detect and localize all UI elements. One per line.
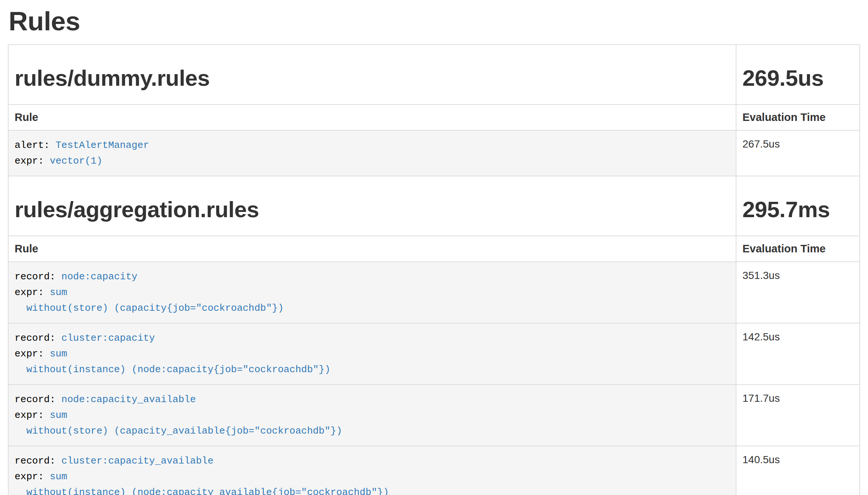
rules-table: rules/dummy.rules269.5usRuleEvaluation T…	[8, 44, 860, 495]
rule-expr-label: expr:	[15, 410, 44, 421]
rule-cell: record: node:capacity_available expr: su…	[8, 385, 736, 446]
rule-group-file-cell: rules/dummy.rules	[8, 45, 736, 104]
rule-eval-time: 142.5us	[736, 323, 860, 385]
rule-group-file: rules/dummy.rules	[15, 66, 730, 91]
rule-expr-label: expr:	[15, 471, 44, 482]
rule-eval-time: 171.7us	[736, 385, 860, 446]
eval-time-col-header: Evaluation Time	[736, 236, 860, 262]
eval-time-col-header: Evaluation Time	[736, 104, 860, 130]
page-title: Rules	[9, 6, 860, 37]
rules-table-body: rules/dummy.rules269.5usRuleEvaluation T…	[8, 45, 860, 495]
rule-col-header: Rule	[8, 104, 736, 130]
rule-name-link[interactable]: node:capacity_available	[61, 394, 196, 405]
rule-group-eval-time: 269.5us	[742, 66, 853, 91]
rule-group-eval-time: 295.7ms	[742, 197, 853, 222]
rule-name-link[interactable]: TestAlertManager	[55, 140, 149, 151]
rule-cell: record: cluster:capacity_available expr:…	[8, 446, 736, 495]
rule-type-label: record:	[15, 332, 55, 344]
rule-name-link[interactable]: cluster:capacity	[61, 332, 155, 344]
column-header-row: RuleEvaluation Time	[8, 236, 860, 262]
rule-name-link[interactable]: cluster:capacity_available	[61, 455, 214, 467]
rule-row: alert: TestAlertManager expr: vector(1)2…	[8, 130, 860, 176]
rule-expr-link[interactable]: sum without(instance) (node:capacity_ava…	[15, 471, 389, 495]
rule-cell: alert: TestAlertManager expr: vector(1)	[8, 130, 736, 176]
column-header-row: RuleEvaluation Time	[8, 104, 860, 130]
rule-type-label: record:	[15, 271, 55, 282]
rule-eval-time: 351.3us	[736, 262, 860, 323]
rule-type-label: alert:	[15, 140, 50, 151]
rule-group-file-cell: rules/aggregation.rules	[8, 176, 736, 236]
rule-group-header-row: rules/aggregation.rules295.7ms	[8, 176, 860, 236]
rule-cell: record: node:capacity expr: sum without(…	[8, 262, 736, 323]
rule-group-header-row: rules/dummy.rules269.5us	[8, 45, 860, 104]
rule-type-label: record:	[15, 394, 55, 405]
rule-group-eval-time-cell: 295.7ms	[736, 176, 860, 236]
rule-expr-link[interactable]: vector(1)	[50, 155, 102, 167]
rule-type-label: record:	[15, 455, 55, 467]
rule-expr-link[interactable]: sum without(instance) (node:capacity{job…	[15, 348, 331, 375]
rule-group-eval-time-cell: 269.5us	[736, 45, 860, 104]
rule-row: record: node:capacity expr: sum without(…	[8, 262, 860, 323]
rule-cell: record: cluster:capacity expr: sum witho…	[8, 323, 736, 385]
rule-eval-time: 267.5us	[736, 130, 860, 176]
rule-name-link[interactable]: node:capacity	[61, 271, 138, 282]
rule-group-file: rules/aggregation.rules	[15, 197, 730, 222]
rule-row: record: cluster:capacity_available expr:…	[8, 446, 860, 495]
rules-page: Rules rules/dummy.rules269.5usRuleEvalua…	[0, 6, 868, 495]
rule-expr-label: expr:	[15, 348, 44, 359]
rule-row: record: cluster:capacity expr: sum witho…	[8, 323, 860, 385]
rule-expr-label: expr:	[15, 155, 44, 167]
rule-expr-link[interactable]: sum without(store) (capacity{job="cockro…	[15, 287, 284, 314]
rule-col-header: Rule	[8, 236, 736, 262]
rule-expr-label: expr:	[15, 287, 44, 298]
rule-row: record: node:capacity_available expr: su…	[8, 385, 860, 446]
rule-expr-link[interactable]: sum without(store) (capacity_available{j…	[15, 410, 342, 437]
rule-eval-time: 140.5us	[736, 446, 860, 495]
